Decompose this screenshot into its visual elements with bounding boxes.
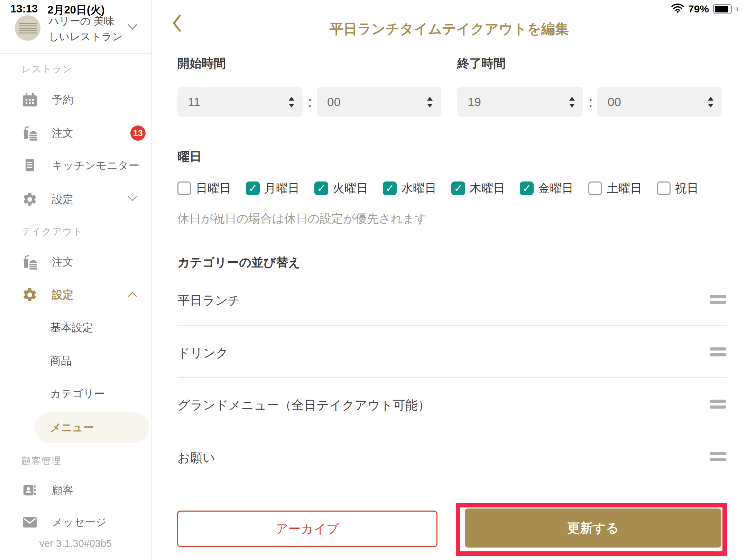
battery-percent: 79%	[688, 3, 709, 15]
page-header: 平日ランチタイムテイクアウトを編集	[151, 0, 747, 46]
day-sunday[interactable]: ✓ 日曜日	[177, 180, 231, 196]
section-label-customers: 顧客管理	[21, 455, 62, 467]
stepper-down-icon[interactable]	[569, 104, 575, 108]
checkbox[interactable]: ✓	[657, 181, 671, 195]
restaurant-name: ハリーの 美味しいレストラン	[48, 13, 124, 44]
stepper-arrows[interactable]	[569, 97, 575, 108]
contact-card-icon	[21, 481, 39, 499]
status-bar-left: 13:13 2月20日(火)	[10, 3, 105, 17]
clock: 13:13	[10, 3, 38, 17]
divider	[177, 325, 727, 326]
divider	[0, 217, 151, 217]
sidebar-item-categories[interactable]: カテゴリー	[0, 383, 151, 405]
sidebar-item-label: キッチンモニター	[52, 158, 139, 173]
checkbox[interactable]: ✓	[177, 181, 191, 195]
envelope-icon	[21, 513, 39, 531]
sidebar-item-settings-takeout[interactable]: 設定	[0, 284, 151, 306]
restaurant-avatar	[15, 15, 40, 41]
sidebar-item-customers[interactable]: 顧客	[0, 479, 151, 501]
stepper-arrows[interactable]	[708, 97, 713, 108]
end-hour-stepper[interactable]: 19	[457, 87, 583, 117]
page-title: 平日ランチタイムテイクアウトを編集	[151, 19, 747, 38]
sidebar-item-label: 基本設定	[50, 320, 93, 335]
section-label-restaurant: レストラン	[21, 63, 73, 75]
checkbox[interactable]: ✓	[246, 181, 260, 195]
sidebar-item-label: メッセージ	[52, 515, 107, 530]
sidebar-item-label: 設定	[52, 288, 73, 302]
checkbox[interactable]: ✓	[314, 181, 328, 195]
checkbox[interactable]: ✓	[588, 181, 602, 195]
sidebar-item-settings-restaurant[interactable]: 設定	[0, 188, 151, 211]
divider	[177, 377, 727, 378]
divider	[0, 447, 151, 447]
gear-icon	[21, 286, 39, 304]
chevron-up-icon	[128, 291, 137, 299]
sidebar-item-label: カテゴリー	[50, 386, 105, 401]
chevron-down-icon	[127, 24, 138, 32]
date: 2月20日(火)	[47, 3, 104, 17]
click-highlight-annotation: 更新する	[456, 503, 727, 556]
fastfood-icon	[21, 253, 39, 271]
day-tuesday[interactable]: ✓ 火曜日	[314, 180, 368, 196]
checkbox[interactable]: ✓	[383, 181, 397, 195]
calendar-icon	[21, 91, 39, 109]
day-holiday[interactable]: ✓ 祝日	[657, 180, 699, 196]
stepper-up-icon[interactable]	[427, 97, 433, 101]
sidebar-item-orders-restaurant[interactable]: 注文 13	[0, 122, 151, 144]
gear-icon	[21, 190, 39, 208]
stepper-up-icon[interactable]	[569, 97, 575, 101]
category-row-label: 平日ランチ	[177, 292, 241, 309]
receipt-icon	[21, 157, 39, 175]
start-minute-stepper[interactable]: 00	[317, 87, 441, 117]
drag-handle-icon[interactable]	[710, 400, 726, 409]
stepper-up-icon[interactable]	[289, 97, 294, 101]
drag-handle-icon[interactable]	[710, 295, 726, 304]
start-hour-stepper[interactable]: 11	[177, 87, 303, 117]
battery-icon	[713, 4, 732, 14]
day-saturday[interactable]: ✓ 土曜日	[588, 180, 642, 196]
drag-handle-icon[interactable]	[710, 347, 726, 356]
checkbox[interactable]: ✓	[451, 181, 465, 195]
sidebar-item-label: 注文	[52, 255, 73, 269]
check-icon: ✓	[454, 183, 462, 194]
sidebar-item-products[interactable]: 商品	[0, 350, 151, 372]
check-icon: ✓	[522, 183, 531, 194]
days-label: 曜日	[177, 149, 202, 165]
stepper-up-icon[interactable]	[708, 97, 713, 101]
time-colon: :	[303, 87, 317, 117]
sidebar-item-reservations[interactable]: 予約	[0, 89, 151, 111]
sidebar-item-messages[interactable]: メッセージ	[0, 511, 151, 533]
stepper-arrows[interactable]	[427, 97, 433, 108]
stepper-down-icon[interactable]	[427, 104, 433, 108]
sidebar-item-kitchen-monitor[interactable]: キッチンモニター	[0, 155, 151, 177]
sidebar-item-orders-takeout[interactable]: 注文	[0, 251, 151, 273]
archive-button[interactable]: アーカイブ	[177, 511, 437, 547]
check-icon: ✓	[248, 183, 257, 194]
stepper-down-icon[interactable]	[289, 104, 294, 108]
wifi-icon	[671, 3, 684, 15]
sidebar: ハリーの 美味しいレストラン レストラン 予約 注文	[0, 0, 151, 560]
category-sort-heading: カテゴリーの並び替え	[177, 254, 301, 271]
start-time-label: 開始時間	[177, 55, 226, 72]
day-friday[interactable]: ✓ 金曜日	[520, 180, 573, 196]
stepper-arrows[interactable]	[289, 97, 294, 108]
end-minute-value: 00	[608, 95, 621, 109]
section-label-takeout: テイクアウト	[21, 225, 83, 238]
divider	[177, 430, 727, 430]
status-bar-right: 79%	[671, 3, 738, 15]
end-time-label: 終了時間	[457, 55, 506, 72]
sidebar-item-basic-settings[interactable]: 基本設定	[0, 317, 151, 339]
sidebar-item-label: 設定	[52, 192, 73, 207]
day-monday[interactable]: ✓ 月曜日	[246, 180, 299, 196]
day-wednesday[interactable]: ✓ 水曜日	[383, 180, 436, 196]
sidebar-item-menu-active[interactable]: メニュー	[35, 412, 149, 443]
day-thursday[interactable]: ✓ 木曜日	[451, 180, 505, 196]
end-minute-stepper[interactable]: 00	[597, 87, 722, 117]
update-button[interactable]: 更新する	[465, 508, 721, 548]
drag-handle-icon[interactable]	[710, 452, 726, 461]
sidebar-item-label: 顧客	[52, 483, 73, 497]
category-row-label: お願い	[177, 449, 215, 466]
check-icon: ✓	[385, 183, 394, 194]
stepper-down-icon[interactable]	[708, 104, 713, 108]
checkbox[interactable]: ✓	[520, 181, 534, 195]
